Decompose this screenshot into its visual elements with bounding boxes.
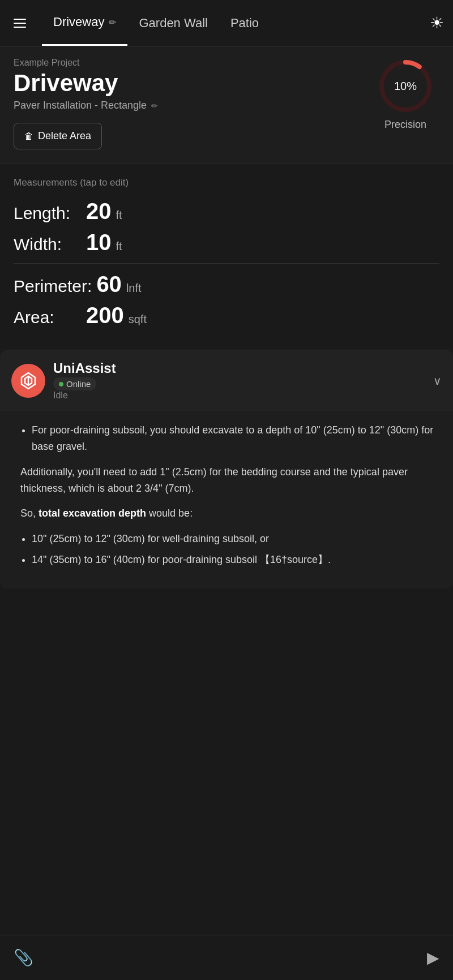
subtitle-edit-icon[interactable]: ✏ <box>151 101 158 110</box>
uniassist-name: UniAssist <box>53 360 425 376</box>
attach-icon: 📎 <box>14 949 33 966</box>
edit-icon[interactable]: ✏ <box>109 17 116 28</box>
uniassist-section: UniAssist Online Idle ∨ For poor-drainin… <box>0 350 453 588</box>
perimeter-value: 60 <box>96 272 122 297</box>
sun-icon[interactable]: ☀ <box>430 14 444 32</box>
nav-tab-list: Driveway ✏ Garden Wall Patio <box>42 0 430 46</box>
send-icon: ▶ <box>427 949 439 966</box>
tab-garden-wall[interactable]: Garden Wall <box>127 0 219 46</box>
area-value: 200 <box>86 303 124 328</box>
area-row[interactable]: Area: 200 sqft <box>14 303 439 328</box>
area-label: Area: <box>14 308 82 327</box>
chat-para-1: Additionally, you'll need to add 1" (2.5… <box>20 464 439 497</box>
uniassist-header: UniAssist Online Idle ∨ <box>0 350 453 411</box>
tab-patio[interactable]: Patio <box>219 0 270 46</box>
chat-para-2-intro: So, total excavation depth would be: <box>20 505 439 522</box>
uniassist-idle: Idle <box>53 390 425 401</box>
uniassist-avatar <box>11 364 45 398</box>
delete-area-button[interactable]: 🗑 Delete Area <box>14 123 102 149</box>
measurements-title: Measurements (tap to edit) <box>14 177 439 188</box>
precision-circle: 10% <box>377 58 434 114</box>
length-label: Length: <box>14 204 82 223</box>
project-header: Example Project Driveway Paver Installat… <box>0 46 453 163</box>
measurements-section: Measurements (tap to edit) Length: 20 ft… <box>0 163 453 350</box>
length-unit: ft <box>116 209 122 222</box>
measurements-divider <box>14 263 439 264</box>
chat-bullet-3: 14" (35cm) to 16" (40cm) for poor-draini… <box>32 552 439 568</box>
uniassist-status-row: Online <box>53 377 425 390</box>
tab-driveway[interactable]: Driveway ✏ <box>42 0 127 46</box>
chevron-down-icon[interactable]: ∨ <box>433 374 442 388</box>
hamburger-menu[interactable] <box>9 14 31 32</box>
uniassist-logo-icon <box>18 371 39 391</box>
chat-bullet-2: 10" (25cm) to 12" (30cm) for well-draini… <box>32 531 439 547</box>
width-value: 10 <box>86 230 112 255</box>
uniassist-info: UniAssist Online Idle <box>53 360 425 401</box>
precision-percent: 10% <box>394 80 417 93</box>
top-navigation: Driveway ✏ Garden Wall Patio ☀ <box>0 0 453 46</box>
status-dot <box>59 382 63 386</box>
width-label: Width: <box>14 235 82 254</box>
project-title: Driveway <box>14 70 371 96</box>
trash-icon: 🗑 <box>24 131 33 141</box>
perimeter-unit: lnft <box>126 282 142 295</box>
length-value: 20 <box>86 199 112 224</box>
project-example-label: Example Project <box>14 58 371 68</box>
precision-container: 10% Precision <box>371 58 439 131</box>
chat-content: For poor-draining subsoil, you should ex… <box>0 411 453 588</box>
tab-driveway-label: Driveway <box>53 15 104 29</box>
perimeter-row[interactable]: Perimeter: 60 lnft <box>14 272 439 297</box>
status-label: Online <box>66 379 91 389</box>
attach-button[interactable]: 📎 <box>11 946 36 969</box>
width-row[interactable]: Width: 10 ft <box>14 230 439 255</box>
tab-garden-wall-label: Garden Wall <box>139 16 207 31</box>
status-badge: Online <box>53 377 96 390</box>
perimeter-label: Perimeter: <box>14 277 92 296</box>
area-unit: sqft <box>129 313 147 326</box>
tab-patio-label: Patio <box>230 16 259 31</box>
length-row[interactable]: Length: 20 ft <box>14 199 439 224</box>
send-button[interactable]: ▶ <box>425 946 442 969</box>
delete-btn-label: Delete Area <box>38 130 91 142</box>
project-info: Example Project Driveway Paver Installat… <box>14 58 371 149</box>
width-unit: ft <box>116 240 122 253</box>
project-subtitle: Paver Installation - Rectangle ✏ <box>14 100 371 111</box>
input-bar: 📎 ▶ <box>0 935 453 980</box>
chat-bullet-1: For poor-draining subsoil, you should ex… <box>32 422 439 455</box>
chat-bold-text: total excavation depth <box>39 508 146 519</box>
precision-label: Precision <box>384 119 426 131</box>
